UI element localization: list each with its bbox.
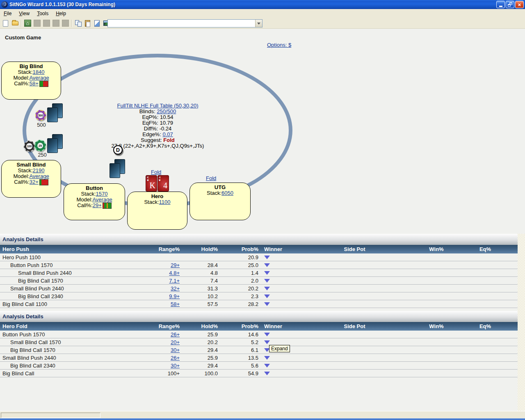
winner-expand-arrow[interactable] (264, 340, 270, 344)
menu-view[interactable]: View (15, 9, 33, 18)
range-link[interactable]: 30+ (171, 363, 180, 369)
options-link[interactable]: Options: $ (267, 42, 291, 48)
hero-card-1: K♥ K (146, 175, 157, 192)
range-cell: 7.1+ (139, 278, 180, 284)
analysis-row: Small Blind Push 244026+25.913.5 (0, 354, 518, 362)
blinds-link[interactable]: 250/500 (157, 108, 176, 114)
stack-link[interactable]: 2190 (33, 167, 45, 173)
stack-link[interactable]: 6050 (221, 190, 233, 196)
call-range-indicator (39, 81, 48, 87)
title-bar: ☽ SitNGo Wizard 1.0.1.153 (30 Days Remai… (0, 0, 525, 9)
model-link[interactable]: Average (92, 196, 112, 203)
prob-cell: 20.2 (219, 285, 259, 292)
winner-cell (259, 270, 289, 276)
blinds-label: Blinds: (139, 108, 155, 114)
stack-label: Stack: (81, 191, 96, 197)
range-cell: 32+ (139, 285, 180, 292)
prob-cell: 13.5 (219, 355, 259, 361)
range-link[interactable]: 26+ (171, 331, 180, 338)
menu-help[interactable]: Help (52, 9, 70, 18)
call-range-indicator (39, 179, 48, 185)
copy-button[interactable] (74, 19, 82, 27)
open-button[interactable] (11, 19, 19, 27)
range-link[interactable]: 9.9+ (169, 293, 180, 299)
winner-expand-arrow[interactable] (264, 287, 270, 290)
stack-link[interactable]: 1570 (96, 191, 108, 197)
column-header-range: Range% (139, 246, 180, 252)
model-label: Model: (76, 196, 92, 203)
row-label: Big Blind Call 1570 (0, 347, 139, 353)
range-link[interactable]: 58+ (171, 301, 180, 307)
model-link[interactable]: Average (29, 75, 49, 81)
range-link[interactable]: 26+ (171, 355, 180, 361)
winner-expand-arrow[interactable] (264, 271, 270, 275)
column-header-range: Range% (139, 323, 180, 329)
range-link[interactable]: 7.1+ (169, 278, 180, 284)
range-link[interactable]: 30+ (171, 347, 180, 353)
range-link[interactable]: 20+ (171, 339, 180, 345)
model-label: Model: (13, 75, 29, 81)
range-cell: 100+ (139, 370, 180, 377)
menu-tools[interactable]: Tools (33, 9, 52, 18)
home-button[interactable]: ⌂ (23, 19, 32, 27)
stack-link[interactable]: 1100 (159, 199, 171, 205)
disabled-button-2 (42, 19, 51, 27)
disabled-button-3 (52, 19, 60, 27)
winner-expand-arrow[interactable] (264, 372, 270, 375)
card-back (47, 138, 58, 153)
winner-expand-arrow[interactable] (264, 279, 270, 283)
prob-cell: 2.3 (219, 293, 259, 299)
suggest-label: Suggest: (141, 137, 162, 143)
analysis-section-hero-fold: Analysis Details Hero Fold Range% Hold% … (0, 311, 518, 377)
range-summary: 27.8 (22+,A2+,K9+,K7s+,QJ,Q9s+,JTs) (112, 143, 204, 149)
restore-button[interactable] (506, 1, 514, 8)
prob-cell: 1.4 (219, 270, 259, 276)
call-link[interactable]: 58+ (30, 80, 39, 87)
edge-link[interactable]: 0.07 (162, 131, 173, 137)
minimize-button[interactable] (496, 1, 505, 8)
report-button[interactable] (93, 19, 101, 27)
scrollbar-track[interactable] (518, 234, 525, 411)
game-title-link[interactable]: FullTilt NLHE Full Table (50,30,20) (117, 103, 199, 109)
toolbar-combobox[interactable] (107, 19, 262, 27)
report-icon (94, 20, 100, 27)
hero-fold-link[interactable]: Fold (151, 169, 161, 175)
game-info-panel: FullTilt NLHE Full Table (50,30,20) Blin… (99, 103, 216, 149)
page-title: Custom Game (5, 34, 41, 41)
player-box-small-blind: Small Blind Stack:2190 Model:Average Cal… (1, 160, 61, 198)
call-link[interactable]: 32+ (30, 179, 39, 185)
combobox-input[interactable] (108, 20, 255, 27)
paste-button[interactable] (83, 19, 92, 27)
range-link[interactable]: 32+ (171, 285, 180, 292)
analysis-row: Small Blind Push 244032+31.320.2 (0, 285, 518, 292)
column-header-prob: Prob% (219, 323, 259, 329)
winner-expand-arrow[interactable] (264, 364, 270, 368)
chip-value: 100 (26, 143, 32, 149)
range-cell: 4.8+ (139, 270, 180, 276)
toolbar-separator (71, 20, 72, 27)
winner-expand-arrow[interactable] (264, 356, 270, 360)
range-link[interactable]: 29+ (171, 262, 180, 268)
winner-expand-arrow[interactable] (264, 333, 270, 336)
utg-fold-link[interactable]: Fold (206, 175, 216, 181)
row-label: Big Blind Call (0, 370, 139, 377)
seat-name: UTG (190, 185, 250, 190)
range-cell: 20+ (139, 339, 180, 345)
winner-expand-arrow[interactable] (264, 256, 270, 259)
winner-expand-arrow[interactable] (264, 294, 270, 298)
disabled-icon (62, 20, 69, 27)
close-button[interactable]: × (515, 1, 524, 8)
model-link[interactable]: Average (29, 173, 49, 179)
combobox-dropdown-button[interactable] (255, 20, 262, 27)
column-header-prob: Prob% (219, 246, 259, 252)
call-link[interactable]: 29+ (93, 202, 102, 208)
range-link[interactable]: 4.8+ (169, 270, 180, 276)
menu-file[interactable]: File (0, 9, 15, 18)
new-document-button[interactable] (1, 19, 10, 27)
winner-expand-arrow[interactable] (264, 302, 270, 306)
call-label: Call%: (14, 80, 30, 87)
winner-expand-arrow[interactable] (264, 263, 270, 267)
stack-link[interactable]: 1840 (33, 69, 45, 75)
chip-25: 25 (34, 140, 46, 151)
range-cell: 26+ (139, 355, 180, 361)
